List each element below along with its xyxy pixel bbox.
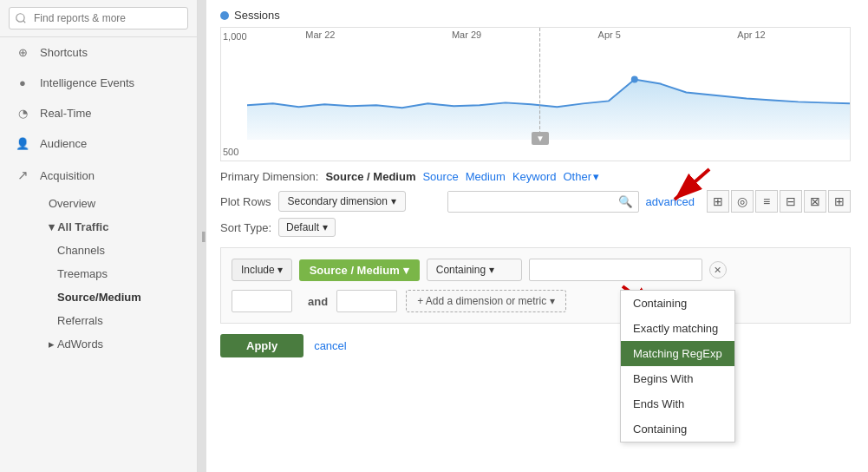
filter-text-input[interactable]: [529, 259, 702, 281]
subnav-all-traffic[interactable]: ▾ All Traffic: [40, 215, 197, 239]
source-medium-button[interactable]: Source / Medium ▾: [299, 259, 420, 281]
view-compare-icon[interactable]: ⊠: [804, 190, 826, 213]
and-row: and + Add a dimension or metric ▾: [232, 290, 839, 312]
dropdown-item-containing-top[interactable]: Containing: [621, 291, 734, 316]
apr5-indicator: ▼: [532, 132, 549, 145]
sidebar-search-wrapper: [0, 0, 197, 37]
secondary-dim-button[interactable]: Secondary dimension ▾: [278, 191, 406, 212]
realtime-icon: ◔: [14, 107, 31, 120]
svg-point-1: [631, 76, 638, 83]
sort-label: Sort Type:: [220, 221, 271, 234]
toolbar-row: Plot Rows Secondary dimension ▾ 🔍 advanc…: [220, 190, 851, 213]
search-button[interactable]: 🔍: [613, 192, 638, 212]
search-box-wrapper: 🔍: [447, 191, 639, 213]
chart-title: Sessions: [234, 9, 280, 22]
include-chevron-icon: ▾: [277, 264, 283, 276]
view-grid-icon[interactable]: ⊞: [828, 190, 851, 213]
sidebar-item-acquisition[interactable]: ↗ Acquisition: [0, 159, 197, 192]
view-icons: ⊞ ◎ ≡ ⊟ ⊠ ⊞: [707, 190, 851, 213]
view-bar-icon[interactable]: ≡: [755, 190, 778, 213]
realtime-label: Real-Time: [40, 107, 91, 120]
and-input-right[interactable]: [336, 290, 397, 312]
containing-chevron-icon: ▾: [489, 264, 494, 276]
sort-select[interactable]: Default ▾: [278, 218, 336, 237]
shortcuts-label: Shortcuts: [40, 46, 88, 59]
and-input-left[interactable]: [232, 290, 292, 312]
sidebar-item-shortcuts[interactable]: ⊕ Shortcuts: [0, 37, 197, 68]
acquisition-subnav: Overview ▾ All Traffic Channels Treemaps…: [0, 192, 197, 356]
primary-dim-value: Source / Medium: [325, 170, 415, 183]
legend-dot-sessions: [220, 11, 229, 20]
subnav-adwords[interactable]: ▸ AdWords: [40, 332, 197, 356]
containing-dropdown[interactable]: Containing ▾: [427, 259, 522, 281]
sort-row: Sort Type: Default ▾: [220, 218, 851, 237]
sidebar-nav: ⊕ Shortcuts ● Intelligence Events ◔ Real…: [0, 37, 197, 472]
dropdown-item-containing-bottom[interactable]: Containing: [621, 416, 734, 442]
audience-icon: 👤: [14, 137, 31, 150]
medium-link[interactable]: Medium: [466, 170, 506, 183]
secondary-dim-chevron-icon: ▾: [391, 195, 396, 207]
other-chevron-icon: ▾: [593, 170, 599, 183]
sidebar-item-audience[interactable]: 👤 Audience: [0, 128, 197, 159]
sidebar: ⊕ Shortcuts ● Intelligence Events ◔ Real…: [0, 0, 198, 472]
svg-marker-0: [247, 80, 850, 140]
source-link[interactable]: Source: [422, 170, 458, 183]
remove-filter-button[interactable]: ✕: [709, 261, 727, 279]
action-row: Apply cancel: [220, 334, 851, 357]
chart-y-labels: 1,000 500: [223, 28, 247, 161]
chart-area: Sessions 1,000 500: [220, 9, 851, 161]
secondary-dim-label: Secondary dimension: [288, 195, 388, 207]
intelligence-icon: ●: [14, 76, 31, 89]
y-label-1000: 1,000: [223, 31, 247, 42]
subnav-source-medium[interactable]: Source/Medium: [40, 285, 197, 309]
chart-svg: [247, 28, 850, 140]
search-input[interactable]: [9, 7, 188, 30]
sidebar-item-realtime[interactable]: ◔ Real-Time: [0, 98, 197, 128]
source-medium-label: Source / Medium: [310, 264, 400, 277]
and-label: and: [308, 295, 328, 308]
plot-rows-label: Plot Rows: [220, 195, 271, 208]
subnav-overview[interactable]: Overview: [40, 192, 197, 215]
dropdown-item-matching-regexp[interactable]: Matching RegExp: [621, 341, 734, 366]
keyword-link[interactable]: Keyword: [512, 170, 557, 183]
view-pie-icon[interactable]: ◎: [731, 190, 754, 213]
main-content: Sessions 1,000 500: [206, 0, 868, 472]
primary-dim-label: Primary Dimension:: [220, 170, 318, 183]
advanced-link[interactable]: advanced: [646, 195, 695, 208]
view-table-icon[interactable]: ⊞: [707, 190, 729, 213]
sort-chevron-icon: ▾: [323, 221, 328, 233]
add-dimension-chevron-icon: ▾: [550, 295, 555, 307]
search-input-main[interactable]: [448, 192, 613, 211]
sort-value: Default: [286, 221, 319, 233]
y-label-500: 500: [223, 147, 247, 157]
acquisition-label: Acquisition: [40, 169, 95, 182]
subnav-treemaps[interactable]: Treemaps: [40, 262, 197, 285]
filter-section: Include ▾ Source / Medium ▾ Containing ▾…: [220, 247, 851, 324]
subnav-referrals[interactable]: Referrals: [40, 309, 197, 332]
source-medium-chevron-icon: ▾: [403, 264, 409, 277]
subnav-channels[interactable]: Channels: [40, 239, 197, 262]
dropdown-item-ends-with[interactable]: Ends With: [621, 391, 734, 416]
cancel-link[interactable]: cancel: [314, 339, 347, 352]
filter-row: Include ▾ Source / Medium ▾ Containing ▾…: [232, 259, 839, 281]
sidebar-resize-handle[interactable]: ▐: [198, 0, 206, 472]
add-dimension-button[interactable]: + Add a dimension or metric ▾: [406, 290, 566, 312]
chart-legend: Sessions: [220, 9, 851, 22]
other-dropdown[interactable]: Other ▾: [563, 170, 599, 183]
dropdown-item-exactly-matching[interactable]: Exactly matching: [621, 316, 734, 341]
sidebar-item-intelligence[interactable]: ● Intelligence Events: [0, 68, 197, 98]
primary-dim-row: Primary Dimension: Source / Medium Sourc…: [220, 170, 851, 183]
acquisition-icon: ↗: [14, 167, 31, 183]
chart-container: 1,000 500 Mar 22: [220, 27, 851, 161]
shortcuts-icon: ⊕: [14, 46, 31, 59]
audience-label: Audience: [40, 137, 87, 150]
view-pivot-icon[interactable]: ⊟: [780, 190, 802, 213]
dropdown-item-begins-with[interactable]: Begins With: [621, 366, 734, 391]
apply-button[interactable]: Apply: [220, 334, 303, 357]
containing-dropdown-menu: Containing Exactly matching Matching Reg…: [620, 290, 735, 442]
containing-label: Containing: [436, 264, 486, 276]
add-dimension-label: + Add a dimension or metric: [417, 295, 546, 307]
intelligence-label: Intelligence Events: [40, 76, 134, 89]
include-label: Include: [241, 264, 275, 276]
include-button[interactable]: Include ▾: [232, 259, 292, 281]
